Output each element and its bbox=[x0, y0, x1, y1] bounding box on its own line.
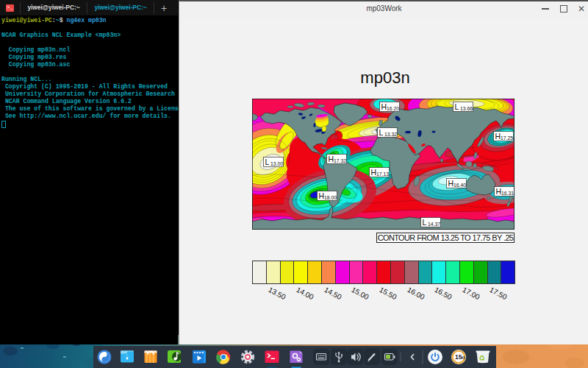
svg-text:L: L bbox=[265, 158, 270, 166]
svg-text:H: H bbox=[371, 168, 377, 177]
svg-text:L: L bbox=[455, 102, 459, 111]
svg-text:13.66: 13.66 bbox=[460, 106, 473, 111]
svg-text:18.00: 18.00 bbox=[324, 195, 337, 200]
svg-text:43: 43 bbox=[462, 356, 466, 360]
svg-text:H: H bbox=[319, 191, 325, 200]
svg-text:H: H bbox=[495, 132, 501, 141]
svg-text:H: H bbox=[329, 155, 334, 163]
svg-text:14.37: 14.37 bbox=[428, 222, 440, 227]
svg-text:L: L bbox=[423, 218, 427, 227]
svg-text:H: H bbox=[496, 187, 502, 196]
svg-text:16.31: 16.31 bbox=[501, 191, 514, 196]
svg-text:17.25: 17.25 bbox=[501, 135, 513, 141]
svg-text:13.00: 13.00 bbox=[270, 161, 283, 166]
svg-text:16.40: 16.40 bbox=[453, 183, 466, 188]
svg-text:L: L bbox=[379, 128, 384, 137]
svg-text:17.32: 17.32 bbox=[334, 158, 346, 163]
svg-text:♻: ♻ bbox=[479, 354, 486, 362]
svg-text:H: H bbox=[381, 102, 387, 111]
svg-text:17.13: 17.13 bbox=[376, 171, 389, 177]
svg-text:H: H bbox=[448, 179, 454, 188]
svg-text:13.32: 13.32 bbox=[384, 132, 397, 137]
svg-text:16.20: 16.20 bbox=[387, 106, 399, 111]
